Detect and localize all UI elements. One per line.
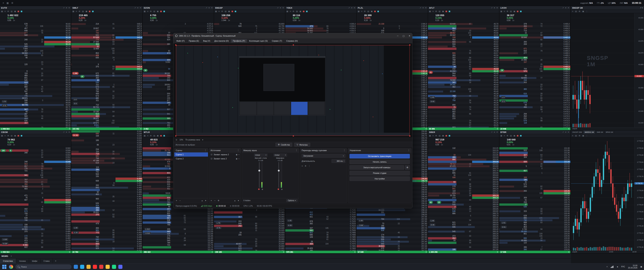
transition-select[interactable]: Затухание▾	[302, 154, 346, 158]
zoom-icon[interactable]: ⊙	[176, 139, 177, 141]
ladder-row[interactable]: 451130,20	[499, 224, 570, 226]
ladder-row[interactable]: 8916,438	[71, 245, 142, 247]
ladder-row[interactable]: 4021049,67	[428, 30, 499, 32]
price-cell[interactable]: 112,40	[187, 215, 214, 217]
price-cell[interactable]: 112,20	[187, 224, 214, 226]
ladder-row[interactable]: 98309,40	[428, 183, 499, 185]
price-cell[interactable]: 0,7530	[330, 216, 356, 218]
price-cell[interactable]: 6 478,0	[544, 99, 570, 102]
order-chip[interactable]: L 30	[73, 227, 78, 229]
gear-icon[interactable]: ⚙	[506, 10, 508, 12]
start-button[interactable]	[2, 264, 7, 269]
price-cell[interactable]: 25,880	[258, 249, 285, 251]
ladder-row[interactable]: 5459789,35	[0, 79, 71, 81]
price-cell[interactable]: 43,785	[258, 30, 285, 32]
indicator-icon[interactable]: ▣	[157, 10, 158, 12]
list-icon[interactable]: ≡	[432, 10, 434, 12]
buy-mode-icon[interactable]	[92, 11, 94, 12]
ladder-row[interactable]: 632,8	[71, 108, 142, 111]
order-chip[interactable]: S 48	[430, 224, 435, 226]
price-cell[interactable]: 6,476	[116, 202, 142, 205]
menu-icon[interactable]: ▾	[352, 7, 352, 9]
price-cell[interactable]: 308,50	[472, 224, 499, 226]
grid-icon[interactable]: ▦	[1, 135, 3, 137]
price-cell[interactable]: 88,35	[44, 124, 71, 126]
price-cell[interactable]: 6,444	[116, 238, 142, 240]
price-cell[interactable]: 6,438	[116, 245, 142, 247]
indicator-icon[interactable]: ▣	[582, 135, 584, 137]
ladder-row[interactable]: 57326308,85	[428, 208, 499, 210]
price-cell[interactable]: 8,546	[44, 163, 71, 165]
rows-icon[interactable]: ▤	[225, 10, 226, 12]
price-cell[interactable]: 8,504	[44, 210, 71, 212]
price-cell[interactable]: 4 304,5	[330, 25, 356, 27]
price-cell[interactable]: 8,522	[44, 190, 71, 192]
ladder-row[interactable]: 20568112,10	[143, 228, 214, 230]
ladder-row[interactable]: 65 98656129,85	[499, 239, 570, 242]
ladder-row[interactable]: 6 484,0	[499, 72, 570, 75]
ladder-row[interactable]: 866309,95	[428, 159, 499, 161]
ladder-row[interactable]: 11104309,60	[428, 174, 499, 176]
price-cell[interactable]: 130,95	[544, 190, 570, 192]
price-cell[interactable]: 297,35	[401, 243, 428, 245]
ladder-row[interactable]: 610,7480	[285, 238, 356, 240]
ladder-row[interactable]: 640297,35	[357, 243, 428, 245]
ladder-row[interactable]: 308,40	[428, 228, 499, 230]
price-cell[interactable]: 308,60	[472, 219, 499, 221]
ladder-row[interactable]: 9641,6	[71, 59, 142, 61]
price-cell[interactable]: 49,70	[472, 23, 499, 25]
grid-icon[interactable]: ▦	[429, 10, 431, 12]
close-icon[interactable]: ✕	[425, 7, 427, 9]
price-cell[interactable]: 310,15	[472, 150, 499, 152]
ladder-row[interactable]: 4 371,0	[143, 27, 214, 30]
ladder-row[interactable]: 704178,530	[0, 181, 71, 183]
price-cell[interactable]: 308,45	[472, 226, 499, 228]
price-cell[interactable]: 6 481,0	[544, 86, 570, 88]
indicator-icon[interactable]: ▣	[86, 10, 87, 12]
ladder-row[interactable]: 47492309,20	[428, 192, 499, 194]
price-cell[interactable]: 129,75	[544, 244, 570, 246]
ladder-row[interactable]: 7710690,55	[0, 25, 71, 27]
price-cell[interactable]: 43,790	[258, 27, 285, 30]
price-cell[interactable]: 309,75	[472, 168, 499, 170]
price-cell[interactable]: 49,29	[472, 115, 499, 117]
explorer-icon[interactable]	[106, 265, 110, 269]
ladder-row[interactable]: 22 1903849,40	[428, 90, 499, 93]
ladder-row[interactable]: 1 72094130,10	[499, 228, 570, 230]
ladder-row[interactable]: 36 475,5	[499, 111, 570, 113]
ladder-row[interactable]: 61130,75	[499, 199, 570, 201]
price-cell[interactable]: 6,488	[116, 189, 142, 191]
ladder-row[interactable]: 256 486,0	[499, 63, 570, 66]
ladder-row[interactable]: 84189,40	[0, 77, 71, 79]
ladder-row[interactable]: 37333308,25	[428, 235, 499, 237]
price-cell[interactable]: 0,7485	[330, 236, 356, 238]
ladder-row[interactable]: 82131,65	[499, 159, 570, 161]
ladder-row[interactable]: 686,434	[71, 249, 142, 251]
price-cell[interactable]: 6 480,0	[544, 90, 570, 93]
price-cell[interactable]: 308,35	[472, 230, 499, 233]
ladder-row[interactable]: 776 490,0	[499, 45, 570, 48]
eye-icon[interactable]: ◉	[236, 158, 238, 160]
price-cell[interactable]: 4 372,0	[187, 23, 214, 25]
volume-icon[interactable]: ◄	[616, 266, 618, 268]
menu-icon[interactable]: ▾	[565, 7, 566, 9]
ladder-row[interactable]: 7649,35	[428, 102, 499, 104]
ladder-row[interactable]: 89,80	[0, 59, 71, 61]
price-cell[interactable]: 307,95	[472, 248, 499, 251]
ladder-row[interactable]: 7078,532	[0, 179, 71, 181]
price-cell[interactable]: 308,20	[472, 237, 499, 239]
chart-tab[interactable]: SNGSP 15M	[571, 130, 583, 134]
order-chip[interactable]: L 76	[216, 222, 221, 224]
ladder-row[interactable]: 499635,6	[71, 93, 142, 95]
price-cell[interactable]: 90,30	[44, 36, 71, 39]
rows-icon[interactable]: ▤	[575, 135, 577, 137]
price-cell[interactable]: 130,25	[544, 221, 570, 224]
ladder-row[interactable]: 6696,440	[71, 243, 142, 245]
ladder-row[interactable]: 5820,7500	[285, 229, 356, 232]
ladder-row[interactable]: 106129,95	[499, 235, 570, 237]
ladder-row[interactable]: 806 478,5	[499, 97, 570, 99]
ladder-row[interactable]: 53 005776 483,0	[499, 77, 570, 79]
price-cell[interactable]: 129,80	[544, 242, 570, 244]
mute-button[interactable]	[278, 188, 279, 190]
ladder-row[interactable]: 710629,6	[71, 126, 142, 127]
